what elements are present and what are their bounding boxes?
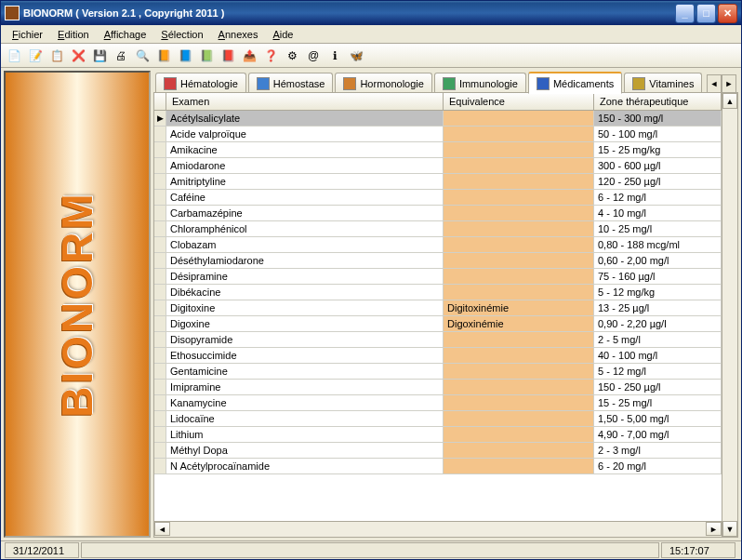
cell-zone[interactable]: 150 - 300 mg/l — [594, 111, 722, 126]
cell-zone[interactable]: 13 - 25 µg/l — [594, 300, 722, 315]
menu-sélection[interactable]: Sélection — [153, 27, 210, 42]
cell-equiv[interactable]: Digitoxinémie — [444, 300, 594, 315]
cell-exam[interactable]: Désipramine — [166, 269, 444, 284]
cell-zone[interactable]: 5 - 12 mg/l — [594, 364, 722, 379]
cell-exam[interactable]: Acide valproïque — [166, 127, 444, 141]
table-row[interactable]: Acide valproïque50 - 100 mg/l — [154, 127, 722, 142]
close-button[interactable]: ✕ — [718, 4, 737, 23]
cell-exam[interactable]: Disopyramide — [166, 332, 444, 347]
table-row[interactable]: Carbamazépine4 - 10 mg/l — [154, 206, 722, 221]
doc2-icon[interactable]: 📘 — [176, 47, 194, 65]
row-selector[interactable] — [154, 206, 166, 220]
cell-equiv[interactable] — [444, 111, 594, 126]
table-row[interactable]: Gentamicine5 - 12 mg/l — [154, 364, 722, 380]
cell-zone[interactable]: 75 - 160 µg/l — [594, 269, 722, 284]
column-header-equiv[interactable]: Equivalence — [444, 93, 594, 110]
cell-zone[interactable]: 120 - 250 µg/l — [594, 174, 722, 189]
menu-fichier[interactable]: Fichier — [5, 27, 50, 42]
cell-equiv[interactable] — [444, 253, 594, 268]
cell-zone[interactable]: 6 - 12 mg/l — [594, 190, 722, 205]
cell-equiv[interactable] — [444, 443, 594, 458]
doc1-icon[interactable]: 📙 — [154, 47, 173, 65]
cell-exam[interactable]: Déséthylamiodarone — [166, 253, 444, 268]
horizontal-scrollbar[interactable]: ◄ ► — [154, 521, 722, 537]
cell-zone[interactable]: 1,50 - 5,00 mg/l — [594, 411, 722, 426]
hscroll-track[interactable] — [170, 522, 706, 537]
cell-zone[interactable]: 4 - 10 mg/l — [594, 206, 722, 220]
mail-icon[interactable]: @ — [304, 47, 323, 65]
table-row[interactable]: Dibékacine5 - 12 mg/kg — [154, 285, 722, 300]
save-icon[interactable]: 💾 — [90, 47, 109, 65]
cell-exam[interactable]: Acétylsalicylate — [166, 111, 444, 126]
print-icon[interactable]: 🖨 — [112, 47, 130, 65]
maximize-button[interactable]: □ — [696, 4, 716, 23]
table-row[interactable]: Méthyl Dopa2 - 3 mg/l — [154, 443, 722, 459]
row-selector[interactable] — [154, 411, 166, 426]
cell-zone[interactable]: 15 - 25 mg/l — [594, 395, 722, 410]
scroll-up-button[interactable]: ▲ — [722, 93, 737, 109]
cell-zone[interactable]: 0,60 - 2,00 mg/l — [594, 253, 722, 268]
column-header-zone[interactable]: Zone thérapeutique — [594, 93, 722, 110]
cell-exam[interactable]: Gentamicine — [166, 364, 444, 379]
cell-exam[interactable]: Lidocaïne — [166, 411, 444, 426]
info-icon[interactable]: ℹ — [325, 47, 344, 65]
tab-scroll-right[interactable]: ► — [722, 74, 736, 93]
cell-equiv[interactable] — [444, 427, 594, 442]
minimize-button[interactable]: _ — [675, 4, 695, 23]
cell-equiv[interactable] — [444, 285, 594, 300]
cell-exam[interactable]: Digoxine — [166, 316, 444, 331]
cell-exam[interactable]: Kanamycine — [166, 395, 444, 410]
help-icon[interactable]: ❓ — [261, 47, 280, 65]
row-selector[interactable] — [154, 332, 166, 347]
menu-affichage[interactable]: Affichage — [97, 27, 154, 42]
cell-exam[interactable]: Amitriptyline — [166, 174, 444, 189]
cell-equiv[interactable] — [444, 364, 594, 379]
cell-equiv[interactable]: Digoxinémie — [444, 316, 594, 331]
cell-equiv[interactable] — [444, 190, 594, 205]
row-selector[interactable] — [154, 127, 166, 141]
table-row[interactable]: Déséthylamiodarone0,60 - 2,00 mg/l — [154, 253, 722, 269]
cell-zone[interactable]: 10 - 25 mg/l — [594, 221, 722, 236]
cell-exam[interactable]: Amiodarone — [166, 158, 444, 173]
cell-equiv[interactable] — [444, 395, 594, 410]
row-selector[interactable] — [154, 269, 166, 284]
table-row[interactable]: N Acétylprocaïnamide6 - 20 mg/l — [154, 459, 722, 474]
cell-exam[interactable]: N Acétylprocaïnamide — [166, 459, 444, 473]
cell-exam[interactable]: Méthyl Dopa — [166, 443, 444, 458]
table-row[interactable]: Amitriptyline120 - 250 µg/l — [154, 174, 722, 190]
butterfly-icon[interactable]: 🦋 — [347, 47, 365, 65]
scroll-right-button[interactable]: ► — [706, 522, 722, 536]
cell-exam[interactable]: Lithium — [166, 427, 444, 442]
cell-zone[interactable]: 50 - 100 mg/l — [594, 127, 722, 141]
cell-zone[interactable]: 0,90 - 2,20 µg/l — [594, 316, 722, 331]
menu-edition[interactable]: Edition — [50, 27, 97, 42]
cell-zone[interactable]: 4,90 - 7,00 mg/l — [594, 427, 722, 442]
row-selector[interactable] — [154, 174, 166, 189]
cell-zone[interactable]: 0,80 - 188 mcg/ml — [594, 237, 722, 252]
row-selector[interactable] — [154, 300, 166, 315]
row-selector-header[interactable] — [154, 93, 166, 110]
row-selector[interactable] — [154, 364, 166, 379]
table-row[interactable]: DigitoxineDigitoxinémie13 - 25 µg/l — [154, 300, 722, 316]
cell-equiv[interactable] — [444, 348, 594, 363]
tab-hématologie[interactable]: Hématologie — [155, 73, 246, 93]
copy-icon[interactable]: 📋 — [47, 47, 66, 65]
row-selector[interactable] — [154, 221, 166, 236]
row-selector[interactable] — [154, 459, 166, 473]
cell-exam[interactable]: Chloramphénicol — [166, 221, 444, 236]
cell-exam[interactable]: Clobazam — [166, 237, 444, 252]
row-selector[interactable]: ▶ — [154, 111, 166, 126]
row-selector[interactable] — [154, 253, 166, 268]
row-selector[interactable] — [154, 237, 166, 252]
vscroll-track[interactable] — [722, 109, 737, 521]
tab-immunologie[interactable]: Immunologie — [434, 73, 526, 93]
cell-zone[interactable]: 150 - 250 µg/l — [594, 380, 722, 394]
table-row[interactable]: ▶Acétylsalicylate150 - 300 mg/l — [154, 111, 722, 127]
menu-annexes[interactable]: Annexes — [211, 27, 266, 42]
cell-equiv[interactable] — [444, 142, 594, 157]
row-selector[interactable] — [154, 285, 166, 300]
table-row[interactable]: Ethosuccimide40 - 100 mg/l — [154, 348, 722, 364]
table-row[interactable]: Caféine6 - 12 mg/l — [154, 190, 722, 206]
row-selector[interactable] — [154, 443, 166, 458]
table-row[interactable]: Imipramine150 - 250 µg/l — [154, 380, 722, 395]
